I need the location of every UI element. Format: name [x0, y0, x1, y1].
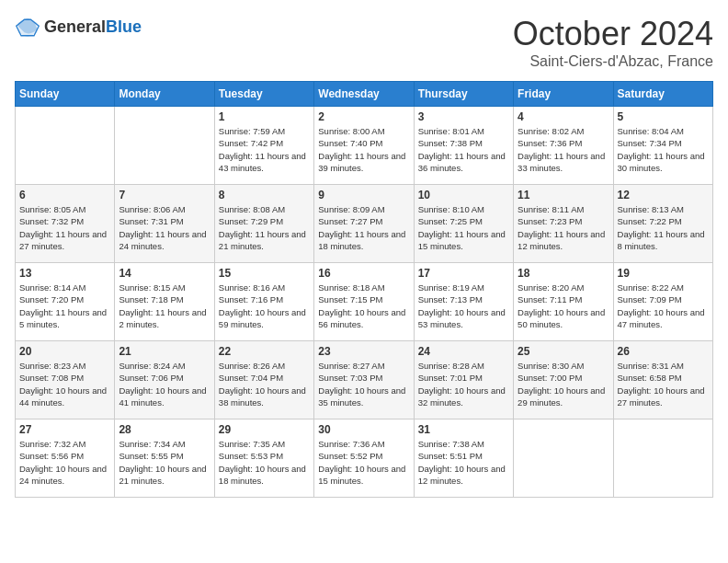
day-number: 28 [119, 423, 210, 436]
calendar-cell [514, 419, 613, 498]
cell-info: Sunrise: 8:16 AM Sunset: 7:16 PM Dayligh… [219, 282, 310, 330]
day-number: 8 [219, 189, 310, 201]
day-number: 20 [19, 345, 110, 358]
weekday-header-thursday: Thursday [414, 82, 513, 107]
calendar-table: SundayMondayTuesdayWednesdayThursdayFrid… [15, 81, 713, 498]
day-number: 26 [618, 345, 709, 358]
calendar-cell: 24Sunrise: 8:28 AM Sunset: 7:01 PM Dayli… [414, 341, 513, 419]
cell-info: Sunrise: 8:20 AM Sunset: 7:11 PM Dayligh… [518, 282, 609, 330]
calendar-week-1: 1Sunrise: 7:59 AM Sunset: 7:42 PM Daylig… [16, 107, 713, 185]
cell-info: Sunrise: 8:24 AM Sunset: 7:06 PM Dayligh… [119, 360, 210, 408]
calendar-body: 1Sunrise: 7:59 AM Sunset: 7:42 PM Daylig… [16, 107, 713, 498]
day-number: 15 [219, 267, 310, 280]
weekday-header-tuesday: Tuesday [214, 82, 313, 107]
calendar-cell [613, 419, 712, 498]
cell-info: Sunrise: 8:28 AM Sunset: 7:01 PM Dayligh… [418, 360, 509, 408]
cell-info: Sunrise: 8:04 AM Sunset: 7:34 PM Dayligh… [618, 125, 709, 174]
day-number: 6 [19, 189, 110, 201]
calendar-cell: 11Sunrise: 8:11 AM Sunset: 7:23 PM Dayli… [514, 185, 613, 263]
calendar-cell: 23Sunrise: 8:27 AM Sunset: 7:03 PM Dayli… [314, 341, 414, 419]
day-number: 29 [219, 423, 310, 436]
day-number: 16 [318, 267, 409, 280]
day-number: 4 [518, 110, 609, 123]
weekday-header-sunday: Sunday [16, 82, 115, 107]
logo-blue: Blue [106, 17, 142, 36]
cell-info: Sunrise: 8:01 AM Sunset: 7:38 PM Dayligh… [418, 125, 509, 174]
logo: GeneralBlue [15, 15, 142, 40]
cell-info: Sunrise: 8:23 AM Sunset: 7:08 PM Dayligh… [19, 360, 110, 408]
calendar-cell: 27Sunrise: 7:32 AM Sunset: 5:56 PM Dayli… [16, 419, 115, 498]
calendar-cell: 29Sunrise: 7:35 AM Sunset: 5:53 PM Dayli… [214, 419, 313, 498]
month-title: October 2024 [513, 15, 713, 53]
calendar-cell: 19Sunrise: 8:22 AM Sunset: 7:09 PM Dayli… [613, 263, 712, 341]
calendar-cell: 26Sunrise: 8:31 AM Sunset: 6:58 PM Dayli… [613, 341, 712, 419]
calendar-week-3: 13Sunrise: 8:14 AM Sunset: 7:20 PM Dayli… [16, 263, 713, 341]
calendar-cell: 13Sunrise: 8:14 AM Sunset: 7:20 PM Dayli… [16, 263, 115, 341]
calendar-week-4: 20Sunrise: 8:23 AM Sunset: 7:08 PM Dayli… [16, 341, 713, 419]
cell-info: Sunrise: 8:00 AM Sunset: 7:40 PM Dayligh… [318, 125, 409, 174]
calendar-cell: 7Sunrise: 8:06 AM Sunset: 7:31 PM Daylig… [115, 185, 214, 263]
cell-info: Sunrise: 8:08 AM Sunset: 7:29 PM Dayligh… [219, 203, 310, 252]
day-number: 25 [518, 345, 609, 358]
cell-info: Sunrise: 8:27 AM Sunset: 7:03 PM Dayligh… [318, 360, 409, 408]
calendar-cell: 20Sunrise: 8:23 AM Sunset: 7:08 PM Dayli… [16, 341, 115, 419]
cell-info: Sunrise: 8:31 AM Sunset: 6:58 PM Dayligh… [618, 360, 709, 408]
day-number: 3 [418, 110, 509, 123]
calendar-cell: 2Sunrise: 8:00 AM Sunset: 7:40 PM Daylig… [314, 107, 414, 185]
calendar-header: SundayMondayTuesdayWednesdayThursdayFrid… [16, 82, 713, 107]
day-number: 31 [418, 423, 509, 436]
cell-info: Sunrise: 8:10 AM Sunset: 7:25 PM Dayligh… [418, 203, 509, 252]
cell-info: Sunrise: 7:59 AM Sunset: 7:42 PM Dayligh… [219, 125, 310, 174]
calendar-cell: 14Sunrise: 8:15 AM Sunset: 7:18 PM Dayli… [115, 263, 214, 341]
day-number: 2 [318, 110, 409, 123]
cell-info: Sunrise: 8:02 AM Sunset: 7:36 PM Dayligh… [518, 125, 609, 174]
day-number: 9 [318, 189, 409, 201]
calendar-cell: 30Sunrise: 7:36 AM Sunset: 5:52 PM Dayli… [314, 419, 414, 498]
day-number: 13 [19, 267, 110, 280]
calendar-cell: 1Sunrise: 7:59 AM Sunset: 7:42 PM Daylig… [214, 107, 313, 185]
calendar-week-5: 27Sunrise: 7:32 AM Sunset: 5:56 PM Dayli… [16, 419, 713, 498]
cell-info: Sunrise: 7:35 AM Sunset: 5:53 PM Dayligh… [219, 438, 310, 487]
cell-info: Sunrise: 8:26 AM Sunset: 7:04 PM Dayligh… [219, 360, 310, 408]
logo-text: GeneralBlue [44, 18, 142, 37]
cell-info: Sunrise: 8:18 AM Sunset: 7:15 PM Dayligh… [318, 282, 409, 330]
calendar-cell: 8Sunrise: 8:08 AM Sunset: 7:29 PM Daylig… [214, 185, 313, 263]
logo-icon [15, 15, 40, 40]
calendar-cell: 28Sunrise: 7:34 AM Sunset: 5:55 PM Dayli… [115, 419, 214, 498]
day-number: 10 [418, 189, 509, 201]
calendar-cell: 16Sunrise: 8:18 AM Sunset: 7:15 PM Dayli… [314, 263, 414, 341]
weekday-header-wednesday: Wednesday [314, 82, 414, 107]
calendar-cell [115, 107, 214, 185]
day-number: 19 [618, 267, 709, 280]
day-number: 30 [318, 423, 409, 436]
day-number: 23 [318, 345, 409, 358]
calendar-cell: 9Sunrise: 8:09 AM Sunset: 7:27 PM Daylig… [314, 185, 414, 263]
day-number: 14 [119, 267, 210, 280]
cell-info: Sunrise: 8:19 AM Sunset: 7:13 PM Dayligh… [418, 282, 509, 330]
day-number: 5 [618, 110, 709, 123]
cell-info: Sunrise: 8:13 AM Sunset: 7:22 PM Dayligh… [618, 203, 709, 252]
weekday-header-monday: Monday [115, 82, 214, 107]
cell-info: Sunrise: 8:22 AM Sunset: 7:09 PM Dayligh… [618, 282, 709, 330]
day-number: 22 [219, 345, 310, 358]
calendar-cell: 17Sunrise: 8:19 AM Sunset: 7:13 PM Dayli… [414, 263, 513, 341]
day-number: 17 [418, 267, 509, 280]
day-number: 11 [518, 189, 609, 201]
cell-info: Sunrise: 8:09 AM Sunset: 7:27 PM Dayligh… [318, 203, 409, 252]
cell-info: Sunrise: 7:34 AM Sunset: 5:55 PM Dayligh… [119, 438, 210, 487]
calendar-cell: 18Sunrise: 8:20 AM Sunset: 7:11 PM Dayli… [514, 263, 613, 341]
calendar-cell: 22Sunrise: 8:26 AM Sunset: 7:04 PM Dayli… [214, 341, 313, 419]
cell-info: Sunrise: 8:14 AM Sunset: 7:20 PM Dayligh… [19, 282, 110, 330]
cell-info: Sunrise: 8:30 AM Sunset: 7:00 PM Dayligh… [518, 360, 609, 408]
weekday-row: SundayMondayTuesdayWednesdayThursdayFrid… [16, 82, 713, 107]
calendar-cell: 25Sunrise: 8:30 AM Sunset: 7:00 PM Dayli… [514, 341, 613, 419]
page-header: GeneralBlue October 2024 Saint-Ciers-d'A… [15, 15, 713, 70]
calendar-cell: 21Sunrise: 8:24 AM Sunset: 7:06 PM Dayli… [115, 341, 214, 419]
calendar-cell: 3Sunrise: 8:01 AM Sunset: 7:38 PM Daylig… [414, 107, 513, 185]
logo-general: General [44, 17, 106, 36]
location-title: Saint-Ciers-d'Abzac, France [513, 53, 713, 70]
cell-info: Sunrise: 8:15 AM Sunset: 7:18 PM Dayligh… [119, 282, 210, 330]
day-number: 21 [119, 345, 210, 358]
cell-info: Sunrise: 8:05 AM Sunset: 7:32 PM Dayligh… [19, 203, 110, 252]
weekday-header-friday: Friday [514, 82, 613, 107]
